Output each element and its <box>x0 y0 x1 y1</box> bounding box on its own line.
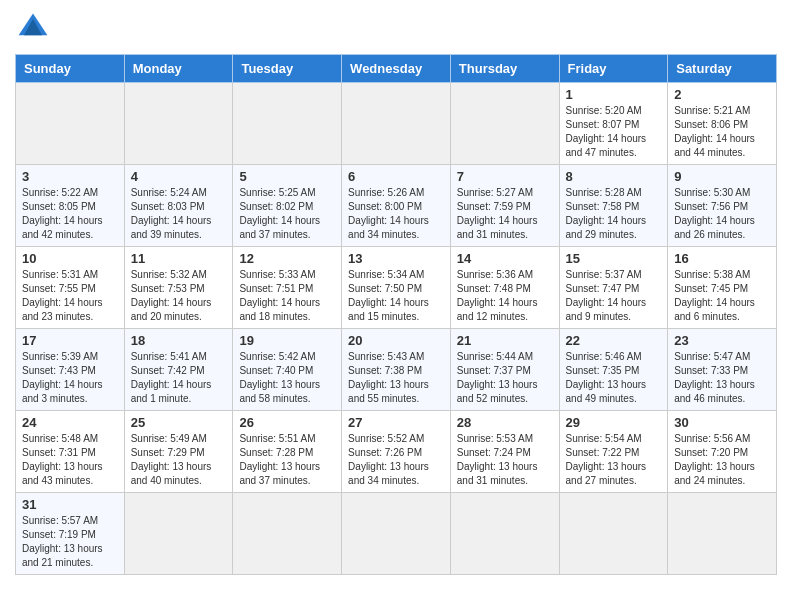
day-number: 2 <box>674 87 770 102</box>
calendar-cell: 26Sunrise: 5:51 AM Sunset: 7:28 PM Dayli… <box>233 411 342 493</box>
day-number: 17 <box>22 333 118 348</box>
calendar-cell <box>450 493 559 575</box>
logo-icon <box>15 10 51 46</box>
day-number: 4 <box>131 169 227 184</box>
calendar-cell: 2Sunrise: 5:21 AM Sunset: 8:06 PM Daylig… <box>668 83 777 165</box>
calendar-cell <box>342 83 451 165</box>
calendar-cell <box>233 493 342 575</box>
day-number: 8 <box>566 169 662 184</box>
day-info: Sunrise: 5:28 AM Sunset: 7:58 PM Dayligh… <box>566 186 662 242</box>
calendar-cell: 16Sunrise: 5:38 AM Sunset: 7:45 PM Dayli… <box>668 247 777 329</box>
day-info: Sunrise: 5:39 AM Sunset: 7:43 PM Dayligh… <box>22 350 118 406</box>
col-header-monday: Monday <box>124 55 233 83</box>
day-number: 3 <box>22 169 118 184</box>
day-number: 31 <box>22 497 118 512</box>
day-number: 21 <box>457 333 553 348</box>
calendar-cell: 30Sunrise: 5:56 AM Sunset: 7:20 PM Dayli… <box>668 411 777 493</box>
day-info: Sunrise: 5:47 AM Sunset: 7:33 PM Dayligh… <box>674 350 770 406</box>
day-info: Sunrise: 5:20 AM Sunset: 8:07 PM Dayligh… <box>566 104 662 160</box>
calendar-cell <box>668 493 777 575</box>
day-info: Sunrise: 5:31 AM Sunset: 7:55 PM Dayligh… <box>22 268 118 324</box>
calendar-cell: 24Sunrise: 5:48 AM Sunset: 7:31 PM Dayli… <box>16 411 125 493</box>
calendar-cell: 29Sunrise: 5:54 AM Sunset: 7:22 PM Dayli… <box>559 411 668 493</box>
col-header-friday: Friday <box>559 55 668 83</box>
day-info: Sunrise: 5:30 AM Sunset: 7:56 PM Dayligh… <box>674 186 770 242</box>
calendar-cell: 10Sunrise: 5:31 AM Sunset: 7:55 PM Dayli… <box>16 247 125 329</box>
calendar-cell <box>450 83 559 165</box>
day-number: 5 <box>239 169 335 184</box>
col-header-sunday: Sunday <box>16 55 125 83</box>
day-info: Sunrise: 5:22 AM Sunset: 8:05 PM Dayligh… <box>22 186 118 242</box>
calendar-cell: 7Sunrise: 5:27 AM Sunset: 7:59 PM Daylig… <box>450 165 559 247</box>
calendar-cell: 18Sunrise: 5:41 AM Sunset: 7:42 PM Dayli… <box>124 329 233 411</box>
calendar-cell: 27Sunrise: 5:52 AM Sunset: 7:26 PM Dayli… <box>342 411 451 493</box>
day-info: Sunrise: 5:33 AM Sunset: 7:51 PM Dayligh… <box>239 268 335 324</box>
week-row-4: 24Sunrise: 5:48 AM Sunset: 7:31 PM Dayli… <box>16 411 777 493</box>
day-number: 25 <box>131 415 227 430</box>
day-info: Sunrise: 5:25 AM Sunset: 8:02 PM Dayligh… <box>239 186 335 242</box>
calendar-cell: 19Sunrise: 5:42 AM Sunset: 7:40 PM Dayli… <box>233 329 342 411</box>
calendar-table: SundayMondayTuesdayWednesdayThursdayFrid… <box>15 54 777 575</box>
day-info: Sunrise: 5:52 AM Sunset: 7:26 PM Dayligh… <box>348 432 444 488</box>
day-number: 18 <box>131 333 227 348</box>
week-row-1: 3Sunrise: 5:22 AM Sunset: 8:05 PM Daylig… <box>16 165 777 247</box>
day-info: Sunrise: 5:36 AM Sunset: 7:48 PM Dayligh… <box>457 268 553 324</box>
calendar-cell: 1Sunrise: 5:20 AM Sunset: 8:07 PM Daylig… <box>559 83 668 165</box>
day-info: Sunrise: 5:56 AM Sunset: 7:20 PM Dayligh… <box>674 432 770 488</box>
day-info: Sunrise: 5:53 AM Sunset: 7:24 PM Dayligh… <box>457 432 553 488</box>
day-number: 11 <box>131 251 227 266</box>
day-info: Sunrise: 5:24 AM Sunset: 8:03 PM Dayligh… <box>131 186 227 242</box>
day-number: 24 <box>22 415 118 430</box>
day-number: 7 <box>457 169 553 184</box>
header-row: SundayMondayTuesdayWednesdayThursdayFrid… <box>16 55 777 83</box>
calendar-cell: 28Sunrise: 5:53 AM Sunset: 7:24 PM Dayli… <box>450 411 559 493</box>
calendar-cell: 15Sunrise: 5:37 AM Sunset: 7:47 PM Dayli… <box>559 247 668 329</box>
day-info: Sunrise: 5:32 AM Sunset: 7:53 PM Dayligh… <box>131 268 227 324</box>
day-number: 12 <box>239 251 335 266</box>
day-info: Sunrise: 5:37 AM Sunset: 7:47 PM Dayligh… <box>566 268 662 324</box>
day-number: 14 <box>457 251 553 266</box>
day-info: Sunrise: 5:21 AM Sunset: 8:06 PM Dayligh… <box>674 104 770 160</box>
calendar-cell: 4Sunrise: 5:24 AM Sunset: 8:03 PM Daylig… <box>124 165 233 247</box>
week-row-3: 17Sunrise: 5:39 AM Sunset: 7:43 PM Dayli… <box>16 329 777 411</box>
calendar-cell: 20Sunrise: 5:43 AM Sunset: 7:38 PM Dayli… <box>342 329 451 411</box>
calendar-cell: 9Sunrise: 5:30 AM Sunset: 7:56 PM Daylig… <box>668 165 777 247</box>
day-info: Sunrise: 5:38 AM Sunset: 7:45 PM Dayligh… <box>674 268 770 324</box>
day-info: Sunrise: 5:57 AM Sunset: 7:19 PM Dayligh… <box>22 514 118 570</box>
day-info: Sunrise: 5:41 AM Sunset: 7:42 PM Dayligh… <box>131 350 227 406</box>
day-number: 28 <box>457 415 553 430</box>
day-number: 19 <box>239 333 335 348</box>
calendar-cell <box>342 493 451 575</box>
day-number: 23 <box>674 333 770 348</box>
col-header-saturday: Saturday <box>668 55 777 83</box>
week-row-5: 31Sunrise: 5:57 AM Sunset: 7:19 PM Dayli… <box>16 493 777 575</box>
day-number: 1 <box>566 87 662 102</box>
day-number: 9 <box>674 169 770 184</box>
calendar-cell: 6Sunrise: 5:26 AM Sunset: 8:00 PM Daylig… <box>342 165 451 247</box>
calendar-cell: 23Sunrise: 5:47 AM Sunset: 7:33 PM Dayli… <box>668 329 777 411</box>
week-row-0: 1Sunrise: 5:20 AM Sunset: 8:07 PM Daylig… <box>16 83 777 165</box>
calendar-cell: 3Sunrise: 5:22 AM Sunset: 8:05 PM Daylig… <box>16 165 125 247</box>
calendar-cell: 17Sunrise: 5:39 AM Sunset: 7:43 PM Dayli… <box>16 329 125 411</box>
day-number: 20 <box>348 333 444 348</box>
day-number: 26 <box>239 415 335 430</box>
calendar-cell: 8Sunrise: 5:28 AM Sunset: 7:58 PM Daylig… <box>559 165 668 247</box>
calendar-cell: 21Sunrise: 5:44 AM Sunset: 7:37 PM Dayli… <box>450 329 559 411</box>
day-number: 16 <box>674 251 770 266</box>
day-info: Sunrise: 5:27 AM Sunset: 7:59 PM Dayligh… <box>457 186 553 242</box>
logo <box>15 10 55 46</box>
day-info: Sunrise: 5:46 AM Sunset: 7:35 PM Dayligh… <box>566 350 662 406</box>
day-info: Sunrise: 5:34 AM Sunset: 7:50 PM Dayligh… <box>348 268 444 324</box>
calendar-cell: 25Sunrise: 5:49 AM Sunset: 7:29 PM Dayli… <box>124 411 233 493</box>
col-header-wednesday: Wednesday <box>342 55 451 83</box>
day-number: 6 <box>348 169 444 184</box>
calendar-cell <box>16 83 125 165</box>
day-info: Sunrise: 5:26 AM Sunset: 8:00 PM Dayligh… <box>348 186 444 242</box>
day-info: Sunrise: 5:51 AM Sunset: 7:28 PM Dayligh… <box>239 432 335 488</box>
calendar-cell: 14Sunrise: 5:36 AM Sunset: 7:48 PM Dayli… <box>450 247 559 329</box>
calendar-cell <box>124 83 233 165</box>
page: SundayMondayTuesdayWednesdayThursdayFrid… <box>0 0 792 585</box>
day-number: 30 <box>674 415 770 430</box>
calendar-cell: 5Sunrise: 5:25 AM Sunset: 8:02 PM Daylig… <box>233 165 342 247</box>
col-header-thursday: Thursday <box>450 55 559 83</box>
